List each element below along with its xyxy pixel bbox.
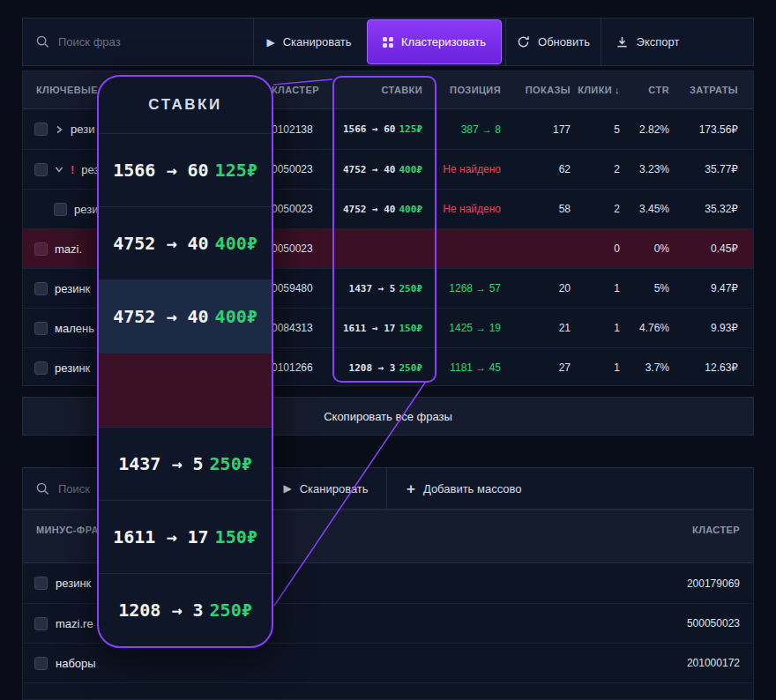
minus-phrase-label: наборы [56, 657, 96, 670]
cluster-cell: 201000172 [687, 657, 753, 669]
magnified-bid-value-empty [99, 353, 272, 426]
refresh-button[interactable]: Обновить [505, 19, 601, 65]
chevron-down-icon[interactable] [55, 165, 63, 174]
bid-cell: 4752 → 40400₽ [332, 190, 433, 228]
column-header-shows[interactable]: ПОКАЗЫ [505, 71, 574, 108]
add-bulk-button[interactable]: + Добавить массово [386, 468, 541, 509]
ctr-cell: 3.23% [623, 150, 673, 189]
clicks-cell: 2 [574, 150, 623, 189]
ctr-cell: 3.7% [623, 348, 673, 387]
app-window: Поиск фраз ▶ Сканировать Кластеризовать … [0, 0, 776, 700]
shows-cell: 27 [505, 348, 574, 387]
refresh-button-label: Обновить [538, 35, 590, 48]
position-cell: 1268 → 57 [433, 269, 505, 308]
clusterize-button-label: Кластеризовать [401, 35, 486, 48]
bid-cell: 1566 → 60125₽ [332, 109, 433, 149]
sort-desc-icon: ↓ [615, 85, 620, 95]
magnified-bid-value: 4752 → 40400₽ [99, 206, 272, 279]
position-cell: 387 → 8 [433, 109, 505, 149]
search-icon [36, 35, 49, 48]
play-icon: ▶ [283, 483, 291, 494]
row-checkbox[interactable] [34, 322, 48, 335]
magnified-bid-value: 4752 → 40400₽ [99, 279, 272, 353]
refresh-icon [517, 35, 530, 48]
phrase-search-input[interactable]: Поиск фраз [23, 19, 254, 65]
row-checkbox[interactable] [34, 123, 48, 136]
scan-button-2[interactable]: ▶ Сканировать [265, 468, 386, 509]
bid-cell: 4752 → 40400₽ [332, 150, 433, 189]
column-header-position[interactable]: ПОЗИЦИЯ [433, 71, 505, 108]
main-toolbar: Поиск фраз ▶ Сканировать Кластеризовать … [22, 18, 754, 66]
minus-phrase-label: резинк [56, 577, 91, 590]
bid-cell: 1611 → 17150₽ [332, 309, 433, 347]
cost-cell: 12.63₽ [673, 348, 753, 387]
magnified-bid-value: 1437 → 5250₽ [99, 427, 272, 500]
clicks-cell: 2 [574, 190, 623, 228]
table-row[interactable] [23, 682, 753, 700]
magnified-bid-value: 1611 → 17150₽ [99, 500, 272, 573]
shows-cell: 20 [505, 269, 574, 308]
cost-cell: 9.47₽ [673, 269, 753, 308]
bid-cell [332, 229, 433, 268]
bids-magnifier-callout: СТАВКИ 1566 → 60125₽ 4752 → 40400₽ 4752 … [97, 75, 273, 648]
clicks-cell: 0 [574, 229, 623, 268]
cluster-cell: 200179069 [687, 577, 753, 590]
search-placeholder: Поиск фраз [58, 35, 121, 48]
ctr-cell: 2.82% [623, 109, 673, 149]
row-checkbox[interactable] [34, 163, 48, 176]
ctr-cell: 4.76% [623, 309, 673, 347]
clicks-cell: 1 [574, 309, 623, 347]
keyword-label: mazi. [55, 242, 82, 256]
cost-cell: 35.77₽ [673, 150, 753, 189]
column-header-bids[interactable]: СТАВКИ [332, 71, 433, 108]
bid-cell: 1208 → 3250₽ [332, 348, 433, 387]
ctr-cell: 0% [623, 229, 673, 268]
search-icon [36, 482, 49, 495]
scan-button[interactable]: ▶ Сканировать [254, 19, 364, 65]
row-checkbox[interactable] [34, 657, 48, 670]
table-row[interactable]: наборы 201000172 [23, 643, 753, 682]
column-header-clicks[interactable]: КЛИКИ ↓ [574, 71, 623, 108]
chevron-right-icon[interactable] [55, 125, 63, 134]
row-checkbox[interactable] [34, 577, 48, 590]
cost-cell: 173.56₽ [673, 109, 753, 149]
column-header-ctr[interactable]: CTR [623, 71, 673, 108]
minus-phrase-label: mazi.re [56, 617, 93, 630]
cost-cell: 35.32₽ [673, 190, 753, 228]
plus-icon: + [407, 481, 415, 496]
keyword-label: резинк [55, 282, 90, 295]
cluster-cell: 500050023 [687, 617, 753, 629]
add-bulk-button-label: Добавить массово [423, 482, 522, 495]
keyword-label: рези [71, 123, 94, 136]
shows-cell: 58 [505, 190, 574, 228]
clicks-cell: 1 [574, 269, 623, 308]
magnified-bid-value: 1566 → 60125₽ [99, 133, 272, 206]
position-cell: 1181 → 45 [433, 348, 505, 387]
shows-cell: 177 [505, 109, 574, 149]
row-checkbox[interactable] [34, 282, 48, 295]
ctr-cell: 5% [623, 269, 673, 308]
negative-marker: ! [71, 163, 74, 176]
column-header-cluster[interactable]: КЛАСТЕР [692, 525, 753, 535]
scan-button-2-label: Сканировать [300, 482, 369, 495]
row-checkbox[interactable] [34, 361, 48, 375]
position-cell: Не найдено [433, 150, 505, 189]
position-cell: Не найдено [433, 190, 505, 228]
magnified-bid-value: 1208 → 3250₽ [99, 573, 272, 646]
row-checkbox[interactable] [54, 203, 67, 216]
keyword-label: резинк [55, 361, 90, 375]
scan-button-label: Сканировать [283, 35, 352, 48]
play-icon: ▶ [266, 37, 274, 48]
row-checkbox[interactable] [34, 617, 48, 630]
clicks-cell: 1 [574, 348, 623, 387]
export-button[interactable]: Экспорт [601, 19, 693, 65]
clusterize-button[interactable]: Кластеризовать [367, 19, 502, 64]
row-checkbox[interactable] [34, 242, 48, 256]
magnifier-title: СТАВКИ [99, 77, 272, 133]
cluster-grid-icon [383, 37, 393, 48]
export-button-label: Экспорт [637, 35, 680, 48]
clicks-cell: 5 [574, 109, 623, 149]
ctr-cell: 3.45% [623, 190, 673, 228]
column-header-costs[interactable]: ЗАТРАТЫ [673, 71, 753, 108]
bid-cell: 1437 → 5250₽ [332, 269, 433, 308]
